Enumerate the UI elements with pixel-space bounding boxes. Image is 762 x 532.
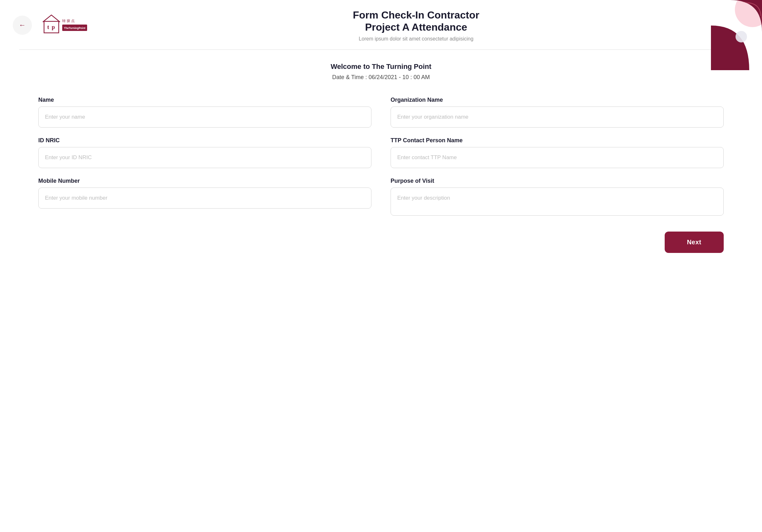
back-button[interactable]: ←: [13, 16, 32, 35]
org-label: Organization Name: [391, 97, 724, 103]
id-field-group: ID NRIC: [38, 137, 371, 168]
datetime-display: Date & Time : 06/24/2021 - 10 : 00 AM: [0, 74, 762, 81]
purpose-textarea[interactable]: [391, 187, 724, 216]
svg-text:转 捩 点: 转 捩 点: [62, 19, 75, 23]
mobile-field-group: Mobile Number: [38, 178, 371, 216]
welcome-section: Welcome to The Turning Point Date & Time…: [0, 50, 762, 87]
purpose-label: Purpose of Visit: [391, 178, 724, 184]
org-field-group: Organization Name: [391, 97, 724, 128]
svg-text:t: t: [47, 24, 49, 30]
purpose-field-group: Purpose of Visit: [391, 178, 724, 216]
footer-area: Next: [0, 229, 762, 266]
page-title: Form Check-In Contractor Project A Atten…: [89, 9, 743, 33]
name-input[interactable]: [38, 106, 371, 128]
back-arrow-icon: ←: [19, 21, 26, 29]
next-button[interactable]: Next: [665, 232, 724, 253]
mobile-input[interactable]: [38, 187, 371, 209]
name-label: Name: [38, 97, 371, 103]
ttp-input[interactable]: [391, 147, 724, 168]
page-subtitle: Lorem ipsum dolor sit amet consectetur a…: [89, 36, 743, 42]
id-input[interactable]: [38, 147, 371, 168]
mobile-label: Mobile Number: [38, 178, 371, 184]
header-title-area: Form Check-In Contractor Project A Atten…: [89, 9, 743, 42]
page-header: ← t p 转 捩 点 TheTurningPoint Form Check-I…: [0, 0, 762, 49]
logo-area: t p 转 捩 点 TheTurningPoint: [38, 13, 89, 38]
svg-rect-2: [44, 21, 59, 33]
form-container: Name Organization Name ID NRIC TTP Conta…: [0, 87, 762, 229]
svg-text:TheTurningPoint: TheTurningPoint: [64, 27, 86, 30]
name-field-group: Name: [38, 97, 371, 128]
svg-text:p: p: [52, 24, 55, 30]
ttp-label: TTP Contact Person Name: [391, 137, 724, 144]
id-label: ID NRIC: [38, 137, 371, 144]
org-input[interactable]: [391, 106, 724, 128]
ttp-field-group: TTP Contact Person Name: [391, 137, 724, 168]
welcome-heading: Welcome to The Turning Point: [0, 62, 762, 71]
